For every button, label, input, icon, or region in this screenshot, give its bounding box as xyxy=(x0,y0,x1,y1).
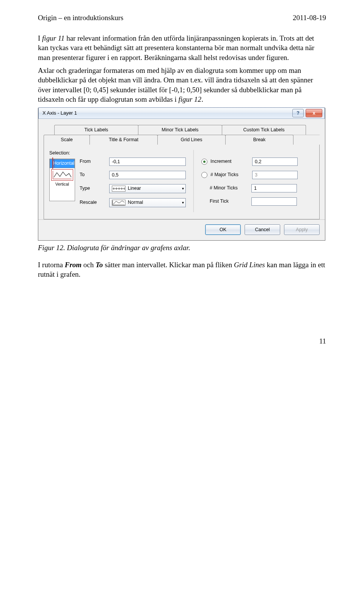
text: Linear xyxy=(128,185,141,192)
ok-button[interactable]: OK xyxy=(205,224,241,235)
text: To xyxy=(96,261,103,269)
question-icon: ? xyxy=(297,110,300,117)
paragraph-3: I rutorna From och To sätter man interva… xyxy=(38,260,326,279)
text: och xyxy=(82,261,96,269)
minor-ticks-label: # Minor Ticks xyxy=(210,185,251,191)
tab-scale[interactable]: Scale xyxy=(44,135,90,145)
tab-grid-lines[interactable]: Grid Lines xyxy=(157,135,226,145)
rescale-label: Rescale xyxy=(80,199,109,206)
tab-break[interactable]: Break xyxy=(225,135,293,145)
selection-label: Selection: xyxy=(49,150,77,156)
dialog-title: X Axis - Layer 1 xyxy=(42,110,77,117)
first-tick-label: First Tick xyxy=(210,198,251,205)
tabs: Tick Labels Minor Tick Labels Custom Tic… xyxy=(44,125,320,219)
text: From xyxy=(65,261,82,269)
close-button[interactable]: x xyxy=(306,109,322,117)
help-button[interactable]: ? xyxy=(292,109,304,117)
axis-selection-list[interactable]: Horizontal Vertical xyxy=(49,159,75,201)
rescale-select[interactable]: Normal ▾ xyxy=(109,198,186,207)
chevron-down-icon: ▾ xyxy=(182,200,184,205)
increment-radio[interactable] xyxy=(201,159,207,165)
type-select[interactable]: Linear ▾ xyxy=(109,184,186,193)
tab-custom-tick-labels[interactable]: Custom Tick Labels xyxy=(222,125,306,135)
minor-ticks-input[interactable] xyxy=(251,184,297,192)
cancel-button[interactable]: Cancel xyxy=(245,224,280,235)
figure-ref: figur 12 xyxy=(178,95,201,103)
text: Axlar och graderingar formateras om med … xyxy=(38,66,313,104)
text: I rutorna xyxy=(38,261,65,269)
text: har relevant information från den utförd… xyxy=(38,34,314,61)
axis-vertical-item[interactable]: Vertical xyxy=(50,168,75,188)
figure-caption: Figur 12. Dialogruta för ändringar av gr… xyxy=(38,243,326,253)
page-number: 11 xyxy=(38,336,326,346)
first-tick-input[interactable] xyxy=(251,197,297,206)
increment-label: Increment xyxy=(210,158,252,165)
text: sätter man intervallet. Klickar man på f… xyxy=(103,261,234,269)
doc-header-right: 2011-08-19 xyxy=(293,13,326,23)
type-label: Type xyxy=(80,185,109,192)
text: Grid Lines xyxy=(234,261,265,269)
text: Vertical xyxy=(55,182,69,186)
tab-minor-tick-labels[interactable]: Minor Tick Labels xyxy=(138,125,222,135)
paragraph-1: I figur 11 har relevant information från… xyxy=(38,33,326,63)
tab-title-format[interactable]: Title & Format xyxy=(89,135,158,145)
normal-rescale-icon xyxy=(112,200,126,206)
dialog-titlebar[interactable]: X Axis - Layer 1 ? x xyxy=(38,107,325,119)
major-ticks-label: # Major Ticks xyxy=(210,172,252,178)
axis-dialog: X Axis - Layer 1 ? x Tick Labels Minor T… xyxy=(38,107,325,241)
text: Normal xyxy=(128,199,143,206)
doc-header-left: Origin – en introduktionskurs xyxy=(38,13,123,23)
text: I xyxy=(38,34,42,42)
to-label: To xyxy=(80,172,109,178)
text: Horizontal xyxy=(53,160,74,167)
chevron-down-icon: ▾ xyxy=(182,186,184,191)
increment-input[interactable] xyxy=(252,158,298,166)
tab-tick-labels[interactable]: Tick Labels xyxy=(54,125,138,135)
axis-horizontal-item[interactable]: Horizontal xyxy=(50,159,75,168)
major-ticks-radio[interactable] xyxy=(201,172,207,178)
vertical-axis-icon xyxy=(51,169,73,181)
figure-ref: figur 11 xyxy=(42,34,64,42)
paragraph-2: Axlar och graderingar formateras om med … xyxy=(38,66,326,105)
from-input[interactable] xyxy=(109,158,186,166)
vertical-separator xyxy=(193,150,194,212)
apply-button[interactable]: Apply xyxy=(284,224,320,235)
close-icon: x xyxy=(312,110,315,117)
from-label: From xyxy=(80,158,109,165)
horizontal-axis-icon xyxy=(52,158,53,169)
to-input[interactable] xyxy=(109,171,186,179)
linear-scale-icon xyxy=(112,186,126,192)
major-ticks-input[interactable] xyxy=(252,171,298,179)
text: . xyxy=(201,95,203,103)
